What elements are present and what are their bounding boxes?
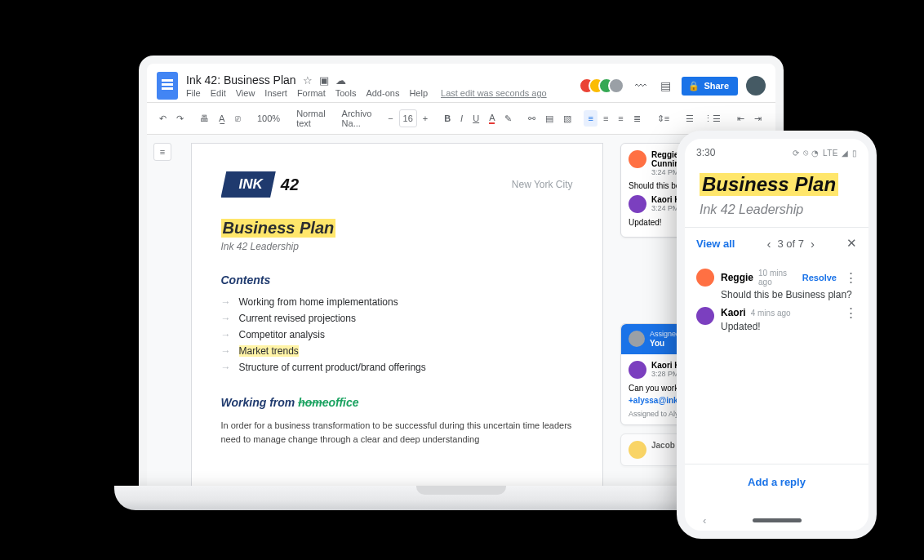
comment-body: Should this be Business plan? <box>721 289 857 300</box>
insert-comment-button[interactable]: ▤ <box>541 110 558 127</box>
phone-subtitle: Ink 42 Leadership <box>700 202 854 217</box>
header-right: 〰 ▤ 🔒 Share <box>579 76 766 96</box>
doc-header: Ink 42: Business Plan ☆ ▣ ☁ File Edit Vi… <box>147 64 775 102</box>
status-icons: ⟳ ⦸ ◔ LTE ◢ ▯ <box>793 148 857 158</box>
phone-comment[interactable]: Kaori 4 mins ago ⋮ Updated! <box>696 307 857 332</box>
phone-status-bar: 3:30 ⟳ ⦸ ◔ LTE ◢ ▯ <box>685 139 868 162</box>
battery-icon: ▯ <box>852 149 858 158</box>
highlight-button[interactable]: ✎ <box>500 110 516 127</box>
heading-business-plan: Business Plan <box>221 219 336 238</box>
table-of-contents: Working from home implementations Curren… <box>221 296 573 373</box>
commenter-avatar <box>629 361 646 379</box>
commenter-avatar <box>696 269 714 287</box>
comment-time: 4 mins ago <box>751 309 791 318</box>
subtitle: Ink 42 Leadership <box>221 241 573 252</box>
menu-help[interactable]: Help <box>409 88 428 98</box>
undo-button[interactable]: ↶ <box>155 110 171 127</box>
redo-button[interactable]: ↷ <box>172 110 188 127</box>
zoom-select[interactable]: 100% <box>253 110 284 127</box>
star-icon[interactable]: ☆ <box>303 74 313 87</box>
back-gesture-icon[interactable]: ‹ <box>703 514 706 527</box>
align-right-button[interactable]: ≡ <box>614 110 627 127</box>
clock-icon: ◔ <box>811 149 820 158</box>
comments-icon[interactable]: ▤ <box>657 78 673 94</box>
share-button[interactable]: 🔒 Share <box>682 77 738 96</box>
menu-file[interactable]: File <box>186 88 201 98</box>
indent-inc-button[interactable]: ⇥ <box>750 110 766 127</box>
last-edit-link[interactable]: Last edit was seconds ago <box>441 88 547 98</box>
account-avatar[interactable] <box>746 76 766 96</box>
align-left-button[interactable]: ≡ <box>584 110 597 127</box>
toc-item[interactable]: Current revised projections <box>221 313 573 324</box>
menu-view[interactable]: View <box>236 88 255 98</box>
insert-image-button[interactable]: ▧ <box>559 110 575 127</box>
menu-insert[interactable]: Insert <box>264 88 287 98</box>
document-page[interactable]: INK 42 New York City Business Plan Ink 4… <box>191 143 603 488</box>
bulleted-list-button[interactable]: ⋮☰ <box>700 110 725 127</box>
commenter-name: Reggie <box>721 272 753 283</box>
home-pill[interactable] <box>753 518 802 522</box>
view-all-link[interactable]: View all <box>696 238 735 250</box>
presence-avatars <box>579 78 624 94</box>
font-size-inc[interactable]: + <box>419 110 432 127</box>
indent-dec-button[interactable]: ⇤ <box>733 110 749 127</box>
spellcheck-button[interactable]: A̲ <box>215 110 229 127</box>
line-spacing-button[interactable]: ⇕≡ <box>653 110 673 127</box>
company-logo: INK 42 <box>221 171 300 198</box>
comment-more-icon[interactable]: ⋮ <box>845 274 857 281</box>
move-folder-icon[interactable]: ▣ <box>319 74 329 87</box>
font-select[interactable]: Archivo Na... <box>338 105 376 131</box>
paragraph-style-select[interactable]: Normal text <box>292 105 329 131</box>
align-justify-button[interactable]: ≣ <box>629 110 645 127</box>
toolbar: ↶ ↷ 🖶 A̲ ⎚ 100% Normal text Archivo Na..… <box>147 102 775 135</box>
comment-time: 10 mins ago <box>758 269 797 287</box>
font-size-dec[interactable]: − <box>384 110 397 127</box>
commenter-avatar <box>629 150 646 168</box>
body-paragraph: In order for a business transformation t… <box>221 419 573 446</box>
add-reply-button[interactable]: Add a reply <box>685 464 868 500</box>
lock-icon: 🔒 <box>688 81 700 91</box>
toc-item[interactable]: Structure of current product/brand offer… <box>221 362 573 373</box>
prev-comment-button[interactable]: ‹ <box>766 237 771 251</box>
align-center-button[interactable]: ≡ <box>599 110 612 127</box>
next-comment-button[interactable]: › <box>811 237 815 251</box>
checklist-button[interactable]: ☰ <box>682 110 698 127</box>
heading-working-from: Working from homeoffice <box>221 396 573 409</box>
presence-avatar[interactable] <box>608 78 624 94</box>
docs-logo-icon[interactable] <box>157 72 178 100</box>
menu-addons[interactable]: Add-ons <box>366 88 399 98</box>
toc-item[interactable]: Competitor analysis <box>221 329 573 340</box>
phone-comment[interactable]: Reggie 10 mins ago Resolve ⋮ Should this… <box>696 269 857 300</box>
font-size-input[interactable]: 16 <box>399 109 417 127</box>
print-button[interactable]: 🖶 <box>196 110 213 127</box>
gesture-bar: ‹ <box>685 518 868 522</box>
outline-toggle-button[interactable]: ≡ <box>153 143 171 161</box>
insert-link-button[interactable]: ⚯ <box>524 110 540 127</box>
clear-format-button[interactable]: T✕ <box>774 110 784 127</box>
phone-document[interactable]: Business Plan Ink 42 Leadership <box>685 162 868 227</box>
comment-body: Updated! <box>721 321 857 332</box>
toc-item[interactable]: Working from home implementations <box>221 296 573 308</box>
text-color-button[interactable]: A <box>485 109 499 127</box>
phone-heading: Business Plan <box>700 173 838 196</box>
pager-label: 3 of 7 <box>777 238 804 250</box>
phone-comment-list: Reggie 10 mins ago Resolve ⋮ Should this… <box>685 259 868 332</box>
close-comments-button[interactable]: ✕ <box>846 236 857 251</box>
comment-more-icon[interactable]: ⋮ <box>845 309 857 316</box>
menu-edit[interactable]: Edit <box>211 88 226 98</box>
doc-title[interactable]: Ink 42: Business Plan <box>186 73 296 87</box>
bold-button[interactable]: B <box>440 110 455 127</box>
toc-item[interactable]: Market trends <box>221 345 573 357</box>
network-label: LTE <box>823 149 838 158</box>
logo-badge: INK <box>221 171 276 198</box>
menu-format[interactable]: Format <box>297 88 326 98</box>
activity-icon[interactable]: 〰 <box>633 78 649 94</box>
paint-format-button[interactable]: ⎚ <box>231 110 245 127</box>
phone-comment-nav: View all ‹ 3 of 7 › ✕ <box>685 227 868 259</box>
underline-button[interactable]: U <box>469 110 483 127</box>
cloud-saved-icon: ☁ <box>335 74 346 87</box>
italic-button[interactable]: I <box>456 110 467 127</box>
menu-tools[interactable]: Tools <box>335 88 357 98</box>
resolve-link[interactable]: Resolve <box>802 273 837 282</box>
share-label: Share <box>704 81 729 91</box>
